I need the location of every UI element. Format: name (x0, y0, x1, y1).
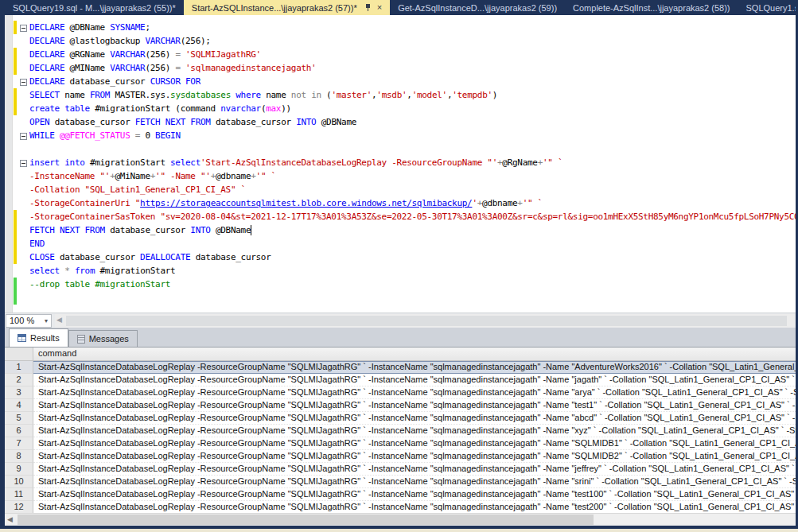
ssms-window: SQLQuery19.sql - M...\jjayaprakas2 (55))… (0, 0, 798, 532)
command-cell[interactable]: Start-AzSqlInstanceDatabaseLogReplay -Re… (33, 374, 796, 386)
pin-icon[interactable] (364, 3, 372, 12)
select-all-corner[interactable] (5, 348, 33, 361)
tab-label: SQLQuery19.sql - M...\jjayaprakas2 (55))… (13, 3, 176, 13)
grid-body: 1Start-AzSqlInstanceDatabaseLogReplay -R… (5, 361, 796, 513)
fold-toggle-icon[interactable] (20, 25, 27, 32)
code-line: CLOSE database_cursor DEALLOCATE databas… (5, 250, 796, 264)
grid-header-row: command (5, 348, 796, 361)
chevron-down-icon: ▾ (45, 317, 48, 324)
document-tab[interactable]: SQLQuery1.sql - sql...e (738, 0, 796, 15)
editor-status-row: 100 % ▾ ◀ (5, 313, 796, 328)
code-line: WHILE @@FETCH_STATUS = 0 BEGIN (5, 129, 796, 142)
code-line: OPEN database_cursor FETCH NEXT FROM dat… (5, 115, 796, 129)
code-line: select * from #migrationStart (5, 264, 796, 278)
row-number[interactable]: 3 (5, 386, 33, 399)
code-line: SELECT name FROM MASTER.sys.sysdatabases… (5, 88, 796, 102)
command-cell[interactable]: Start-AzSqlInstanceDatabaseLogReplay -Re… (33, 425, 796, 437)
editor-horizontal-scrollbar[interactable]: ◀ (55, 314, 795, 328)
table-row[interactable]: 4Start-AzSqlInstanceDatabaseLogReplay -R… (5, 399, 796, 412)
tab-label: Complete-AzSqlInst...\jjayaprakas2 (58)) (573, 3, 730, 13)
table-row[interactable]: 8Start-AzSqlInstanceDatabaseLogReplay -R… (5, 450, 796, 463)
code-line (5, 142, 796, 156)
row-number[interactable]: 1 (5, 361, 33, 374)
column-header-command[interactable]: command (33, 348, 796, 361)
status-bar-edge (0, 529, 798, 532)
close-icon[interactable]: × (377, 3, 382, 12)
code-editor[interactable]: DECLARE @DBName SYSNAME;DECLARE @lastlog… (5, 15, 796, 313)
code-line: -InstanceName "'+@MiName+'" -Name "'+@db… (5, 169, 796, 183)
messages-tab-label: Messages (89, 334, 129, 344)
row-number[interactable]: 9 (5, 463, 33, 476)
command-cell[interactable]: Start-AzSqlInstanceDatabaseLogReplay -Re… (33, 501, 796, 513)
code-line: DECLARE database_cursor CURSOR FOR (5, 75, 796, 88)
tab-label: Get-AzSqlInstanceD...\jjayaprakas2 (59)) (398, 3, 557, 13)
fold-toggle-icon[interactable] (20, 133, 27, 140)
row-number[interactable]: 7 (5, 437, 33, 450)
results-tab-label: Results (30, 333, 60, 343)
document-tab[interactable]: Start-AzSQLInstance...\jjayaprakas2 (57)… (184, 0, 390, 15)
command-cell[interactable]: Start-AzSqlInstanceDatabaseLogReplay -Re… (33, 386, 796, 399)
scroll-left-icon[interactable]: ◀ (56, 316, 62, 324)
grid-horizontal-scrollbar[interactable]: ◀ (5, 513, 796, 526)
tab-results[interactable]: Results (9, 328, 68, 347)
code-line: DECLARE @MIName VARCHAR(256) = 'sqlmanag… (5, 61, 796, 75)
code-line: --drop table #migrationStart (5, 278, 796, 291)
row-number[interactable]: 4 (5, 399, 33, 412)
fold-toggle-icon[interactable] (20, 79, 27, 86)
tab-messages[interactable]: Messages (68, 330, 138, 347)
row-number[interactable]: 6 (5, 425, 33, 437)
text-caret (251, 225, 251, 235)
code-line: insert into #migrationStart select'Start… (5, 156, 796, 169)
table-row[interactable]: 5Start-AzSqlInstanceDatabaseLogReplay -R… (5, 412, 796, 425)
table-row[interactable]: 3Start-AzSqlInstanceDatabaseLogReplay -R… (5, 386, 796, 399)
table-row[interactable]: 6Start-AzSqlInstanceDatabaseLogReplay -R… (5, 425, 796, 437)
code-line (5, 291, 796, 305)
code-lines: DECLARE @DBName SYSNAME;DECLARE @lastlog… (5, 21, 796, 305)
row-number[interactable]: 2 (5, 374, 33, 386)
document-tab[interactable]: Complete-AzSqlInst...\jjayaprakas2 (58)) (565, 0, 738, 15)
code-line: -StorageContainerSasToken "sv=2020-08-04… (5, 210, 796, 223)
command-cell[interactable]: Start-AzSqlInstanceDatabaseLogReplay -Re… (33, 488, 796, 501)
command-cell[interactable]: Start-AzSqlInstanceDatabaseLogReplay -Re… (33, 412, 796, 425)
table-row[interactable]: 12Start-AzSqlInstanceDatabaseLogReplay -… (5, 501, 796, 513)
fold-toggle-icon[interactable] (20, 160, 27, 167)
code-line: END (5, 237, 796, 250)
table-row[interactable]: 7Start-AzSqlInstanceDatabaseLogReplay -R… (5, 437, 796, 450)
scrollbar-thumb[interactable] (18, 515, 594, 525)
table-row[interactable]: 9Start-AzSqlInstanceDatabaseLogReplay -R… (5, 463, 796, 476)
code-line: create table #migrationStart (command nv… (5, 102, 796, 115)
document-tab[interactable]: Get-AzSqlInstanceD...\jjayaprakas2 (59)) (390, 0, 565, 15)
table-row[interactable]: 2Start-AzSqlInstanceDatabaseLogReplay -R… (5, 374, 796, 386)
tab-bar: SQLQuery19.sql - M...\jjayaprakas2 (55))… (5, 0, 796, 15)
command-cell[interactable]: Start-AzSqlInstanceDatabaseLogReplay -Re… (33, 463, 796, 476)
code-line: DECLARE @lastlogbackup VARCHAR(256); (5, 34, 796, 48)
scrollbar-thumb[interactable] (66, 316, 787, 326)
row-number[interactable]: 12 (5, 501, 33, 513)
results-grid-icon (18, 334, 26, 342)
code-line: DECLARE @DBName SYSNAME; (5, 21, 796, 34)
tab-label: SQLQuery1.sql - sql...e (746, 3, 796, 13)
code-line: -Collation "SQL_Latin1_General_CP1_CI_AS… (5, 183, 796, 196)
code-line: FETCH NEXT FROM database_cursor INTO @DB… (5, 223, 796, 237)
command-cell[interactable]: Start-AzSqlInstanceDatabaseLogReplay -Re… (33, 476, 796, 488)
row-number[interactable]: 11 (5, 488, 33, 501)
command-cell[interactable]: Start-AzSqlInstanceDatabaseLogReplay -Re… (33, 450, 796, 463)
zoom-select[interactable]: 100 % ▾ (6, 314, 52, 328)
table-row[interactable]: 11Start-AzSqlInstanceDatabaseLogReplay -… (5, 488, 796, 501)
code-line: DECLARE @RGName VARCHAR(256) = 'SQLMIJag… (5, 48, 796, 61)
zoom-level: 100 % (10, 316, 34, 325)
row-number[interactable]: 8 (5, 450, 33, 463)
command-cell[interactable]: Start-AzSqlInstanceDatabaseLogReplay -Re… (33, 399, 796, 412)
command-cell[interactable]: Start-AzSqlInstanceDatabaseLogReplay -Re… (33, 361, 796, 374)
tab-label: Start-AzSQLInstance...\jjayaprakas2 (57)… (192, 3, 357, 13)
results-pane-tabs: Results Messages (5, 328, 796, 347)
scroll-left-icon[interactable]: ◀ (7, 515, 13, 523)
document-tab[interactable]: SQLQuery19.sql - M...\jjayaprakas2 (55))… (5, 0, 184, 15)
table-row[interactable]: 10Start-AzSqlInstanceDatabaseLogReplay -… (5, 476, 796, 488)
row-number[interactable]: 10 (5, 476, 33, 488)
row-number[interactable]: 5 (5, 412, 33, 425)
results-grid: command 1Start-AzSqlInstanceDatabaseLogR… (5, 347, 796, 513)
table-row[interactable]: 1Start-AzSqlInstanceDatabaseLogReplay -R… (5, 361, 796, 374)
code-line: -StorageContainerUri "https://storageacc… (5, 196, 796, 210)
command-cell[interactable]: Start-AzSqlInstanceDatabaseLogReplay -Re… (33, 437, 796, 450)
